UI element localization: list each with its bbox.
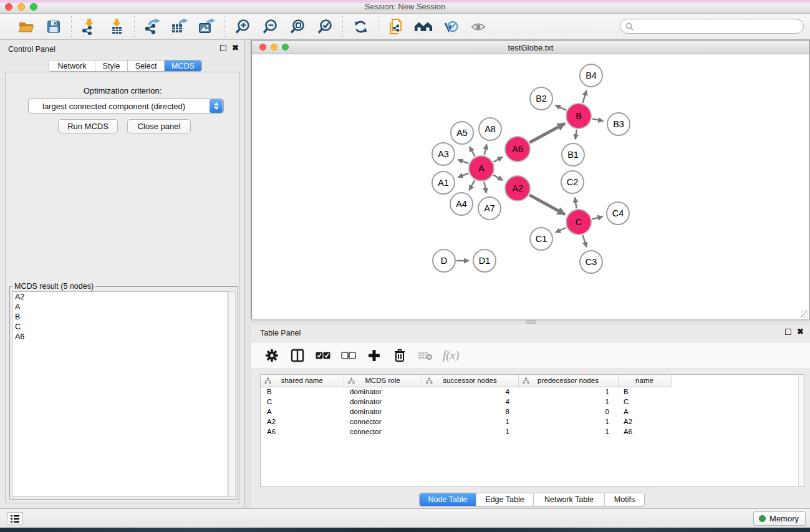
tab-select[interactable]: Select <box>128 60 165 71</box>
function-builder-button[interactable]: f(x) <box>443 349 459 362</box>
table-options-gear-button[interactable] <box>264 347 280 364</box>
column-header-name[interactable]: name <box>618 375 671 387</box>
graph-edge[interactable] <box>493 175 503 180</box>
graph-edge[interactable] <box>470 147 475 157</box>
table-cell[interactable]: 8 <box>422 407 518 417</box>
table-cell[interactable]: C <box>618 397 671 407</box>
graph-edge[interactable] <box>485 144 487 155</box>
export-network-button[interactable] <box>143 17 162 36</box>
table-cell[interactable]: A <box>261 407 344 417</box>
zoom-fit-button[interactable] <box>288 17 307 36</box>
table-cell[interactable]: 1 <box>422 427 518 437</box>
table-cell[interactable]: connector <box>344 427 422 437</box>
graph-edge[interactable] <box>529 123 565 143</box>
tab-node-table[interactable]: Node Table <box>420 493 476 506</box>
graph-edge[interactable] <box>575 198 577 209</box>
table-row[interactable]: A6connector11A6 <box>261 427 671 437</box>
network-graph[interactable]: B4B2BB3A5A8A6A3B1AA1C2A2A4A7C4CC1C3DD1 <box>252 54 809 319</box>
show-task-history-button[interactable] <box>7 512 23 525</box>
tab-mcds[interactable]: MCDS <box>165 60 201 71</box>
table-cell[interactable]: dominator <box>344 387 422 397</box>
table-row[interactable]: Adominator80A <box>261 407 671 417</box>
unselect-all-columns-button[interactable] <box>340 347 357 364</box>
create-column-button[interactable] <box>366 347 382 364</box>
table-row[interactable]: Cdominator41C <box>261 397 671 407</box>
mcds-result-item[interactable]: B <box>12 312 228 322</box>
select-all-columns-button[interactable] <box>315 347 331 364</box>
refresh-button[interactable] <box>351 17 370 36</box>
hide-selected-button[interactable] <box>441 17 460 36</box>
close-panel-button[interactable]: Close panel <box>127 119 191 133</box>
table-cell[interactable]: B <box>618 387 671 397</box>
result-list-scrollbar[interactable] <box>228 291 236 497</box>
table-cell[interactable]: 4 <box>422 397 518 407</box>
table-row[interactable]: A2connector11A2 <box>261 417 671 427</box>
mcds-result-item[interactable]: C <box>12 322 228 332</box>
graph-edge[interactable] <box>529 195 565 215</box>
graph-edge[interactable] <box>592 216 602 219</box>
graph-edge[interactable] <box>458 160 468 163</box>
import-network-button[interactable] <box>80 17 99 36</box>
table-cell[interactable]: 1 <box>518 427 618 437</box>
mcds-result-list[interactable]: A2ABCA6 <box>12 291 228 497</box>
splitter-handle[interactable] <box>526 320 536 324</box>
table-cell[interactable]: A2 <box>618 417 671 427</box>
import-table-button[interactable] <box>107 17 126 36</box>
table-cell[interactable]: dominator <box>344 407 422 417</box>
table-cell[interactable]: A <box>618 407 671 417</box>
graph-edge[interactable] <box>576 130 577 139</box>
mcds-result-item[interactable]: A <box>12 302 228 312</box>
table-cell[interactable]: C <box>261 397 344 407</box>
graph-edge[interactable] <box>556 105 566 110</box>
table-cell[interactable]: 1 <box>518 417 618 427</box>
column-header-successor-nodes[interactable]: successor nodes <box>422 375 518 387</box>
table-scrollbar[interactable] <box>798 375 804 486</box>
delete-columns-button[interactable] <box>392 347 408 364</box>
graph-edge[interactable] <box>556 228 566 233</box>
save-session-button[interactable] <box>44 17 63 36</box>
table-cell[interactable]: A6 <box>618 427 671 437</box>
export-image-button[interactable] <box>198 17 216 36</box>
table-cell[interactable]: 1 <box>518 387 618 397</box>
tab-network[interactable]: Network <box>49 60 95 71</box>
graph-edge[interactable] <box>583 235 587 247</box>
table-cell[interactable]: 1 <box>518 397 618 407</box>
graph-edge[interactable] <box>469 180 475 190</box>
mcds-result-item[interactable]: A2 <box>12 292 228 302</box>
table-cell[interactable]: dominator <box>344 397 422 407</box>
tab-network-table[interactable]: Network Table <box>534 493 605 506</box>
open-session-button[interactable] <box>17 17 36 36</box>
close-panel-icon[interactable]: ✖ <box>232 45 239 51</box>
column-header-shared-name[interactable]: shared name <box>261 375 344 387</box>
float-panel-icon[interactable] <box>220 45 226 51</box>
mcds-result-item[interactable]: A6 <box>12 332 228 342</box>
tab-style[interactable]: Style <box>95 60 128 71</box>
first-neighbors-button[interactable] <box>414 17 433 36</box>
window-resize-grip[interactable] <box>801 311 808 318</box>
graph-edge[interactable] <box>592 118 604 121</box>
column-header-predecessor-nodes[interactable]: predecessor nodes <box>518 375 618 387</box>
table-cell[interactable]: 1 <box>422 417 518 427</box>
graph-edge[interactable] <box>582 90 586 103</box>
table-cell[interactable]: 0 <box>518 407 618 417</box>
zoom-out-button[interactable] <box>261 17 279 36</box>
delete-table-button[interactable] <box>417 347 433 364</box>
table-cell[interactable]: connector <box>344 417 422 427</box>
graph-edge[interactable] <box>458 173 468 177</box>
tab-motifs[interactable]: Motifs <box>605 493 644 506</box>
export-table-button[interactable] <box>170 17 189 36</box>
table-cell[interactable]: A6 <box>261 427 344 437</box>
graph-edge[interactable] <box>484 182 486 193</box>
zoom-in-button[interactable] <box>233 17 252 36</box>
tab-edge-table[interactable]: Edge Table <box>476 493 534 506</box>
show-all-button[interactable] <box>469 17 488 36</box>
table-row[interactable]: Bdominator41B <box>261 387 671 397</box>
column-header-mcds-role[interactable]: MCDS role <box>344 375 422 387</box>
close-table-panel-icon[interactable]: ✖ <box>797 329 804 335</box>
network-canvas[interactable]: B4B2BB3A5A8A6A3B1AA1C2A2A4A7C4CC1C3DD1 <box>252 54 809 319</box>
table-cell[interactable]: A2 <box>261 417 344 427</box>
run-mcds-button[interactable]: Run MCDS <box>58 119 118 133</box>
optimization-criterion-dropdown[interactable]: largest connected component (directed) <box>28 99 224 114</box>
table-cell[interactable]: 4 <box>422 387 518 397</box>
zoom-selected-button[interactable] <box>316 17 334 36</box>
